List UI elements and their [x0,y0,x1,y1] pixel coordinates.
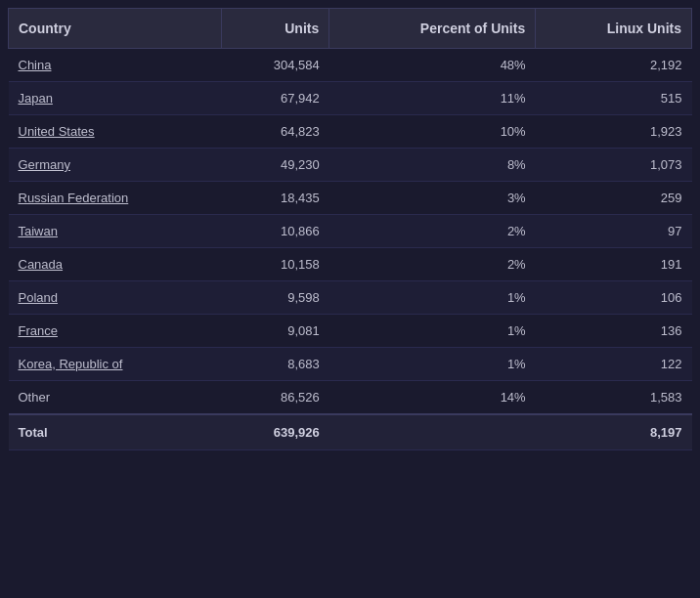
cell-units: 18,435 [222,182,329,215]
table-header-row: Country Units Percent of Units Linux Uni… [9,9,692,49]
cell-units: 64,823 [222,115,329,149]
cell-linux: 122 [536,348,692,381]
cell-country[interactable]: Taiwan [9,215,222,248]
col-header-percent: Percent of Units [329,9,536,49]
cell-units: 9,081 [222,315,329,348]
country-link[interactable]: Germany [19,157,70,172]
cell-percent: 14% [329,381,536,415]
cell-linux: 106 [536,281,692,315]
cell-linux: 515 [536,82,692,115]
country-link[interactable]: Korea, Republic of [19,357,123,371]
cell-units: 10,866 [222,215,329,248]
cell-country[interactable]: France [9,315,222,348]
cell-units: 8,683 [222,348,329,381]
cell-country: Other [9,381,222,415]
cell-linux: 1,923 [536,115,692,149]
report-container: Country Units Percent of Units Linux Uni… [0,0,700,458]
cell-linux: 259 [536,182,692,215]
cell-percent: 11% [329,82,536,115]
total-label: Total [9,414,222,450]
country-link[interactable]: Japan [19,91,53,106]
cell-linux: 1,073 [536,149,692,182]
cell-country[interactable]: Japan [9,82,222,115]
total-row: Total639,9268,197 [9,414,692,450]
table-row: Canada10,1582%191 [9,248,692,281]
cell-percent: 1% [329,348,536,381]
country-link[interactable]: France [19,323,58,338]
cell-country[interactable]: China [9,49,222,82]
cell-percent: 2% [329,215,536,248]
cell-linux: 136 [536,315,692,348]
cell-units: 9,598 [222,281,329,315]
country-link[interactable]: Taiwan [19,224,58,238]
cell-units: 10,158 [222,248,329,281]
cell-country[interactable]: United States [9,115,222,149]
cell-percent: 1% [329,315,536,348]
cell-percent: 8% [329,149,536,182]
country-link[interactable]: Poland [19,290,58,305]
table-row: France9,0811%136 [9,315,692,348]
cell-percent: 3% [329,182,536,215]
country-link[interactable]: Russian Federation [19,191,129,205]
col-header-country: Country [9,9,222,49]
table-row: Korea, Republic of8,6831%122 [9,348,692,381]
col-header-units: Units [222,9,329,49]
data-table: Country Units Percent of Units Linux Uni… [8,8,692,450]
cell-percent: 1% [329,281,536,315]
table-row: Other86,52614%1,583 [9,381,692,415]
cell-country[interactable]: Canada [9,248,222,281]
cell-units: 304,584 [222,49,329,82]
table-row: United States64,82310%1,923 [9,115,692,149]
country-link[interactable]: China [19,58,52,72]
table-row: Japan67,94211%515 [9,82,692,115]
country-link[interactable]: United States [19,124,95,139]
table-row: Germany49,2308%1,073 [9,149,692,182]
cell-linux: 191 [536,248,692,281]
cell-linux: 2,192 [536,49,692,82]
col-header-linux: Linux Units [536,9,692,49]
table-row: China304,58448%2,192 [9,49,692,82]
cell-country[interactable]: Korea, Republic of [9,348,222,381]
cell-country[interactable]: Germany [9,149,222,182]
cell-percent: 2% [329,248,536,281]
cell-country[interactable]: Russian Federation [9,182,222,215]
cell-units: 86,526 [222,381,329,415]
cell-units: 49,230 [222,149,329,182]
cell-country[interactable]: Poland [9,281,222,315]
total-linux: 8,197 [536,414,692,450]
table-row: Russian Federation18,4353%259 [9,182,692,215]
cell-units: 67,942 [222,82,329,115]
table-row: Poland9,5981%106 [9,281,692,315]
country-link[interactable]: Canada [19,257,64,272]
table-row: Taiwan10,8662%97 [9,215,692,248]
cell-percent: 48% [329,49,536,82]
cell-linux: 97 [536,215,692,248]
total-units: 639,926 [222,414,329,450]
cell-linux: 1,583 [536,381,692,415]
total-percent [329,414,536,450]
cell-percent: 10% [329,115,536,149]
